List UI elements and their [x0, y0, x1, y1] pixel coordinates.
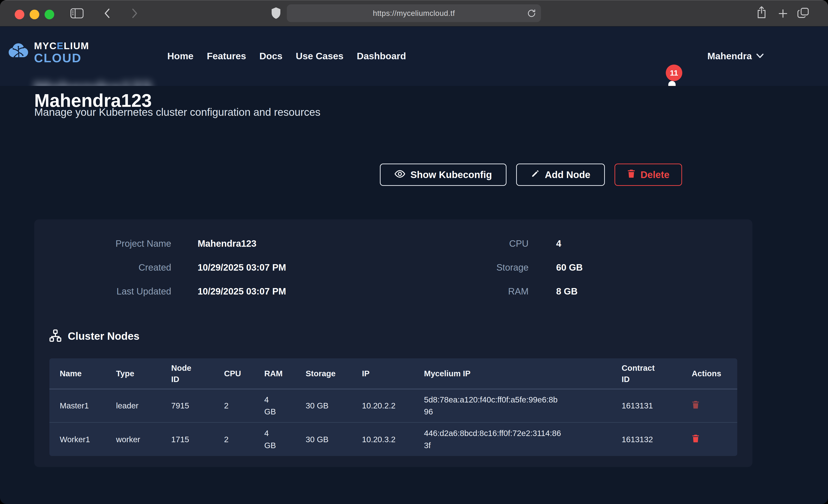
col-type: Type	[106, 359, 161, 389]
col-actions: Actions	[681, 359, 737, 389]
info-value: 60 GB	[556, 262, 583, 273]
info-label: Created	[34, 262, 171, 273]
node-cpu: 2	[214, 389, 254, 422]
new-tab-icon[interactable]	[778, 8, 788, 20]
node-cpu: 2	[214, 422, 254, 456]
node-id: 1715	[161, 422, 214, 456]
show-kubeconfig-button[interactable]: Show Kubeconfig	[380, 164, 506, 186]
nav-link-docs[interactable]: Docs	[259, 51, 282, 61]
sidebar-toggle-icon[interactable]	[70, 8, 84, 20]
node-ip: 10.20.2.2	[351, 389, 414, 422]
nav-link-dashboard[interactable]: Dashboard	[357, 51, 406, 61]
cluster-details-card: Project Name Mahendra123 Created 10/29/2…	[34, 219, 752, 467]
node-id: 7915	[161, 389, 214, 422]
info-value: 10/29/2025 03:07 PM	[198, 262, 286, 273]
logo-text: MYCELIUM CLOUD	[34, 41, 89, 64]
window-controls	[15, 10, 54, 19]
minimize-window-button[interactable]	[30, 10, 39, 19]
cluster-nodes-header: Cluster Nodes	[49, 329, 139, 343]
pencil-icon	[531, 169, 540, 180]
info-value: 4	[556, 239, 583, 249]
zoom-window-button[interactable]	[45, 10, 54, 19]
close-window-button[interactable]	[15, 10, 24, 19]
info-label: Storage	[393, 262, 529, 273]
col-cpu: CPU	[214, 359, 254, 389]
nav-link-home[interactable]: Home	[167, 51, 194, 61]
page-subtitle: Manage your Kubernetes cluster configura…	[34, 106, 320, 118]
site-navbar: Mahendra123	[0, 27, 828, 86]
delete-node-button[interactable]	[692, 434, 700, 443]
browser-window: https://myceliumcloud.tf Mahe	[0, 0, 828, 504]
node-type: leader	[106, 389, 161, 422]
mycelium-cloud-logo-icon	[7, 41, 30, 65]
chevron-down-icon	[756, 53, 764, 59]
nav-link-features[interactable]: Features	[207, 51, 246, 61]
user-menu[interactable]: Mahendra	[707, 27, 764, 86]
info-value: 8 GB	[556, 286, 583, 297]
info-label: Last Updated	[34, 286, 171, 297]
info-label: Project Name	[34, 239, 171, 249]
forward-icon[interactable]	[131, 8, 138, 19]
col-ram: RAM	[254, 359, 295, 389]
share-icon[interactable]	[756, 6, 767, 20]
node-contract-id: 1613131	[611, 389, 681, 422]
info-value: Mahendra123	[198, 239, 286, 249]
info-label: RAM	[393, 286, 529, 297]
col-node-id: Node ID	[161, 359, 214, 389]
url-text: https://myceliumcloud.tf	[373, 9, 455, 18]
page-title-blurred: Mahendra123	[34, 78, 152, 86]
delete-node-button[interactable]	[692, 401, 700, 409]
node-name: Master1	[49, 389, 106, 422]
nav-links: Home Features Docs Use Cases Dashboard	[167, 27, 406, 86]
node-contract-id: 1613132	[611, 422, 681, 456]
address-bar[interactable]: https://myceliumcloud.tf	[287, 4, 541, 22]
node-storage: 30 GB	[295, 389, 351, 422]
col-ip: IP	[351, 359, 414, 389]
cluster-actions: Show Kubeconfig Add Node Delete	[380, 164, 682, 186]
logo-e-bars: E	[57, 40, 64, 51]
node-type: worker	[106, 422, 161, 456]
table-row: Master1 leader 7915 2 4 GB 30 GB 10.20.2…	[49, 389, 737, 422]
notification-count-badge[interactable]: 11	[666, 65, 682, 81]
col-storage: Storage	[295, 359, 351, 389]
node-name: Worker1	[49, 422, 106, 456]
nav-link-use-cases[interactable]: Use Cases	[296, 51, 343, 61]
info-label: CPU	[393, 239, 529, 249]
delete-cluster-button[interactable]: Delete	[615, 164, 682, 186]
node-actions	[681, 389, 737, 422]
cluster-info-right: CPU 4 Storage 60 GB RAM 8 GB	[393, 232, 583, 303]
node-ram: 4 GB	[254, 389, 295, 422]
nodes-table: Name Type Node ID CPU RAM Storage IP Myc…	[49, 359, 737, 456]
logo[interactable]: MYCELIUM CLOUD	[7, 41, 89, 65]
node-ip: 10.20.3.2	[351, 422, 414, 456]
eye-icon	[395, 169, 405, 180]
node-storage: 30 GB	[295, 422, 351, 456]
col-contract-id: Contract ID	[611, 359, 681, 389]
trash-icon	[627, 169, 635, 180]
user-name: Mahendra	[707, 51, 752, 61]
info-value: 10/29/2025 03:07 PM	[198, 286, 286, 297]
browser-toolbar: https://myceliumcloud.tf	[0, 0, 828, 27]
col-mycelium-ip: Mycelium IP	[414, 359, 611, 389]
cluster-nodes-title: Cluster Nodes	[68, 330, 139, 342]
reload-icon[interactable]	[527, 8, 536, 19]
add-node-button[interactable]: Add Node	[516, 164, 605, 186]
node-actions	[681, 422, 737, 456]
table-row: Worker1 worker 1715 2 4 GB 30 GB 10.20.3…	[49, 422, 737, 456]
tab-overview-icon[interactable]	[797, 7, 809, 19]
network-nodes-icon	[49, 329, 62, 343]
col-name: Name	[49, 359, 106, 389]
node-ram: 4 GB	[254, 422, 295, 456]
cluster-info-left: Project Name Mahendra123 Created 10/29/2…	[34, 232, 286, 303]
back-icon[interactable]	[104, 8, 110, 19]
privacy-shield-icon[interactable]	[271, 7, 281, 20]
table-header-row: Name Type Node ID CPU RAM Storage IP Myc…	[49, 359, 737, 389]
node-mycelium-ip: 446:d2a6:8bcd:8c16:ff0f:72e2:3114:863f	[414, 422, 611, 456]
node-mycelium-ip: 5d8:78ea:a120:f40c:ff0f:a5fe:99e6:8b96	[414, 389, 611, 422]
